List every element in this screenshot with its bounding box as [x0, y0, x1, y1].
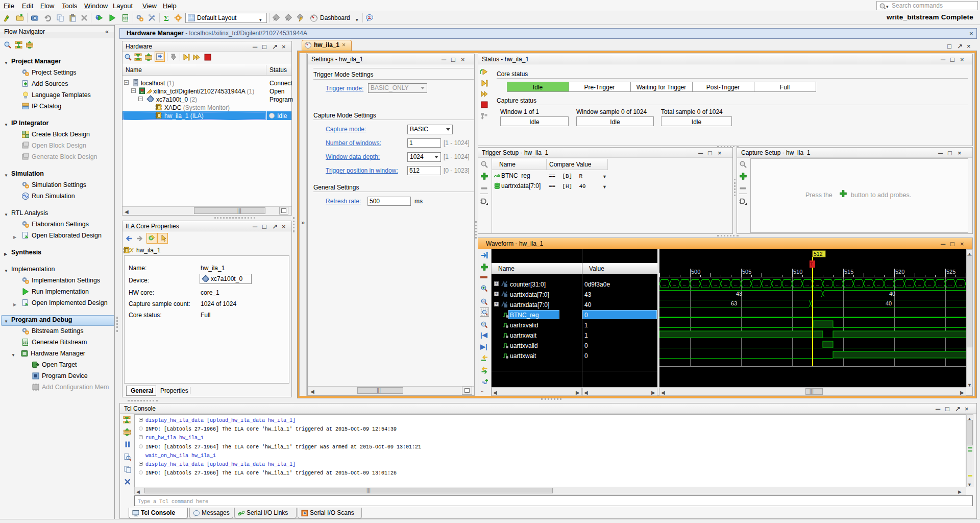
svg-text:510: 510 — [793, 269, 802, 275]
svg-text:...: ... — [734, 282, 738, 287]
svg-text:101: 101 — [122, 16, 128, 20]
svg-text:...: ... — [918, 282, 921, 287]
svg-text:500: 500 — [691, 269, 700, 275]
svg-text:...: ... — [826, 282, 829, 287]
svg-text:...: ... — [673, 282, 676, 287]
svg-text:...: ... — [856, 282, 860, 287]
svg-text:...: ... — [683, 282, 687, 287]
svg-text:505: 505 — [742, 269, 751, 275]
svg-text:...: ... — [703, 282, 707, 287]
svg-text:525: 525 — [946, 269, 955, 275]
svg-text:...: ... — [805, 282, 809, 287]
svg-text:512: 512 — [814, 251, 823, 257]
svg-text:...: ... — [724, 282, 727, 287]
svg-text:63: 63 — [731, 300, 737, 306]
svg-text:...: ... — [867, 282, 870, 287]
svg-text:...: ... — [836, 282, 840, 287]
svg-text:...: ... — [754, 282, 758, 287]
svg-text:Σ: Σ — [368, 15, 371, 20]
svg-text:101: 101 — [22, 341, 28, 344]
svg-text:Σ: Σ — [164, 14, 169, 22]
svg-text:...: ... — [795, 282, 799, 287]
svg-text:...: ... — [887, 282, 891, 287]
svg-text:520: 520 — [895, 269, 904, 275]
svg-text:?: ? — [482, 322, 484, 326]
svg-text:...: ... — [714, 282, 717, 287]
svg-text:...: ... — [877, 282, 880, 287]
svg-text:...: ... — [744, 282, 748, 287]
svg-text:...: ... — [928, 282, 932, 287]
svg-text:43: 43 — [736, 291, 742, 297]
svg-text:T: T — [810, 262, 813, 267]
svg-text:515: 515 — [844, 269, 853, 275]
svg-text:...: ... — [897, 282, 901, 287]
svg-text:...: ... — [959, 282, 962, 287]
svg-text:...: ... — [948, 282, 952, 287]
svg-text:...: ... — [693, 282, 697, 287]
svg-text:...: ... — [908, 282, 911, 287]
svg-text:...: ... — [816, 282, 819, 287]
svg-text:...: ... — [765, 282, 768, 287]
svg-text:...: ... — [938, 282, 942, 287]
svg-text:...: ... — [785, 282, 789, 287]
svg-text:...: ... — [846, 282, 850, 287]
svg-text:...: ... — [775, 282, 778, 287]
svg-text:...: ... — [663, 282, 666, 287]
svg-text:40: 40 — [889, 291, 895, 297]
svg-text:40: 40 — [886, 300, 892, 306]
